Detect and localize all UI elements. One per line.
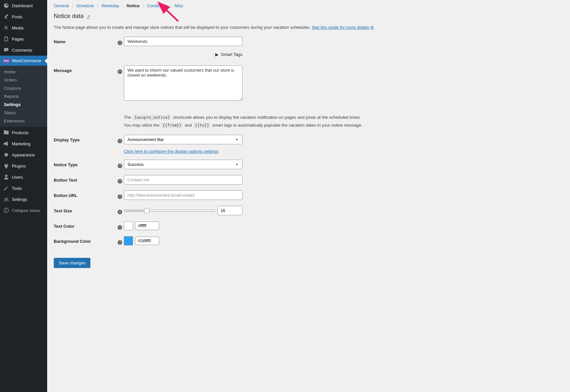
pages-icon (3, 36, 9, 42)
sidebar-subitem-orders[interactable]: Orders (0, 76, 47, 84)
text-color-label: Text Color (54, 221, 116, 229)
button-text-label: Button Text (54, 175, 116, 183)
sidebar-label: Posts (12, 14, 23, 19)
shortcode-code: [wsvpro_notice] (132, 115, 172, 120)
guide-link[interactable]: See this guide for more details⧉ (312, 25, 374, 30)
name-label: Name (54, 37, 116, 44)
settings-tabs: General | Schedule | Weekday | Notice | … (54, 3, 563, 8)
admin-sidebar: Dashboard Posts Media Pages Comments woo… (0, 0, 47, 392)
help-icon[interactable]: ? (118, 164, 122, 168)
products-icon (3, 130, 9, 135)
page-description: The Notice page allows you to create and… (54, 25, 563, 30)
sidebar-subitem-coupons[interactable]: Coupons (0, 84, 47, 92)
sidebar-item-products[interactable]: Products (0, 127, 47, 138)
sidebar-item-appearance[interactable]: Appearance (0, 149, 47, 160)
main-content: General | Schedule | Weekday | Notice | … (47, 0, 570, 392)
help-icon[interactable]: ? (118, 69, 122, 74)
settings-icon (3, 196, 9, 202)
smart-tags-toggle[interactable]: ▶ Smart Tags (215, 52, 242, 57)
sidebar-subitem-reports[interactable]: Reports (0, 92, 47, 100)
external-link-icon: ⧉ (370, 25, 373, 30)
bg-color-label: Background Color (54, 236, 116, 244)
bg-color-swatch[interactable] (124, 236, 133, 245)
notice-type-select[interactable]: Success (124, 160, 242, 169)
tab-schedule[interactable]: Schedule (76, 3, 94, 8)
woocommerce-submenu: Home Orders Coupons Reports Settings Sta… (0, 66, 47, 127)
text-color-input[interactable] (135, 222, 159, 230)
comment-icon (3, 47, 9, 53)
text-color-swatch[interactable] (124, 221, 133, 230)
sidebar-item-media[interactable]: Media (0, 22, 47, 33)
sidebar-item-plugins[interactable]: Plugins (0, 160, 47, 171)
button-url-label: Button URL (54, 190, 116, 198)
sidebar-label: Appearance (12, 152, 35, 157)
caret-right-icon: ▶ (215, 52, 218, 57)
sidebar-label: Settings (12, 197, 27, 202)
sidebar-subitem-settings[interactable]: Settings (0, 100, 47, 109)
sidebar-item-pages[interactable]: Pages (0, 33, 47, 45)
sidebar-label: Marketing (12, 141, 30, 146)
sidebar-item-dashboard[interactable]: Dashboard (0, 0, 47, 11)
help-icon[interactable]: ? (118, 210, 122, 214)
sidebar-label: Tools (12, 186, 22, 191)
bg-color-input[interactable] (135, 237, 159, 245)
page-title: Notice data ↗ (54, 13, 563, 20)
from-tag-code: {{from}} (161, 122, 183, 128)
button-url-input[interactable] (124, 190, 242, 200)
sidebar-item-collapse[interactable]: Collapse menu (0, 205, 47, 216)
title-link-icon[interactable]: ↗ (86, 14, 90, 19)
sidebar-subitem-home[interactable]: Home (0, 68, 47, 76)
message-label: Message (54, 65, 116, 73)
sidebar-label: Collapse menu (12, 208, 40, 213)
sidebar-label: Comments (12, 48, 32, 53)
sidebar-subitem-extensions[interactable]: Extensions (0, 117, 47, 125)
save-button[interactable]: Save changes (54, 258, 90, 268)
sidebar-label: Media (12, 26, 23, 30)
sidebar-item-settings[interactable]: Settings (0, 194, 47, 205)
users-icon (3, 174, 9, 180)
sidebar-label: Pages (12, 37, 24, 42)
text-size-label: Text Size (54, 206, 116, 213)
sidebar-item-marketing[interactable]: Marketing (0, 138, 47, 149)
text-size-input[interactable] (218, 206, 242, 215)
tab-misc[interactable]: Misc (175, 3, 183, 8)
to-tag-code: {{to}} (193, 122, 211, 128)
sidebar-label: Products (12, 130, 28, 135)
message-textarea[interactable]: We want to inform our valued customers t… (124, 65, 242, 101)
sidebar-item-users[interactable]: Users (0, 171, 47, 183)
help-icon[interactable]: ? (118, 41, 122, 45)
dashboard-icon (3, 3, 9, 9)
sidebar-label: Users (12, 175, 23, 180)
appearance-icon (3, 152, 9, 158)
media-icon (3, 25, 9, 31)
help-icon[interactable]: ? (118, 139, 122, 143)
config-display-link[interactable]: Click here to configure the display opti… (124, 149, 218, 154)
sidebar-item-posts[interactable]: Posts (0, 11, 47, 22)
tab-conditions[interactable]: Conditions (147, 3, 167, 8)
display-type-label: Display Type (54, 135, 116, 142)
shortcode-info: The [wsvpro_notice] shortcode allows you… (124, 114, 563, 129)
sidebar-item-comments[interactable]: Comments (0, 45, 47, 56)
sidebar-item-tools[interactable]: Tools (0, 183, 47, 194)
sidebar-subitem-status[interactable]: Status (0, 109, 47, 117)
notice-type-label: Notice Type (54, 160, 116, 167)
tab-general[interactable]: General (54, 3, 69, 8)
sidebar-item-woocommerce[interactable]: woo WooCommerce (0, 56, 47, 66)
help-icon[interactable]: ? (118, 240, 122, 245)
text-size-slider[interactable] (124, 210, 215, 212)
help-icon[interactable]: ? (118, 179, 122, 184)
display-type-select[interactable]: Announcement Bar (124, 135, 242, 144)
help-icon[interactable]: ? (118, 225, 122, 230)
button-text-input[interactable] (124, 175, 242, 185)
name-input[interactable] (124, 37, 242, 46)
help-icon[interactable]: ? (118, 194, 122, 199)
tab-notice[interactable]: Notice (126, 3, 140, 8)
tools-icon (3, 185, 9, 191)
sidebar-label: Plugins (12, 164, 26, 169)
sidebar-label: WooCommerce (12, 58, 41, 63)
tab-weekday[interactable]: Weekday (102, 3, 119, 8)
collapse-icon (3, 207, 9, 213)
svg-point-0 (4, 208, 9, 213)
woocommerce-icon: woo (3, 59, 9, 63)
sidebar-label: Dashboard (12, 3, 33, 8)
